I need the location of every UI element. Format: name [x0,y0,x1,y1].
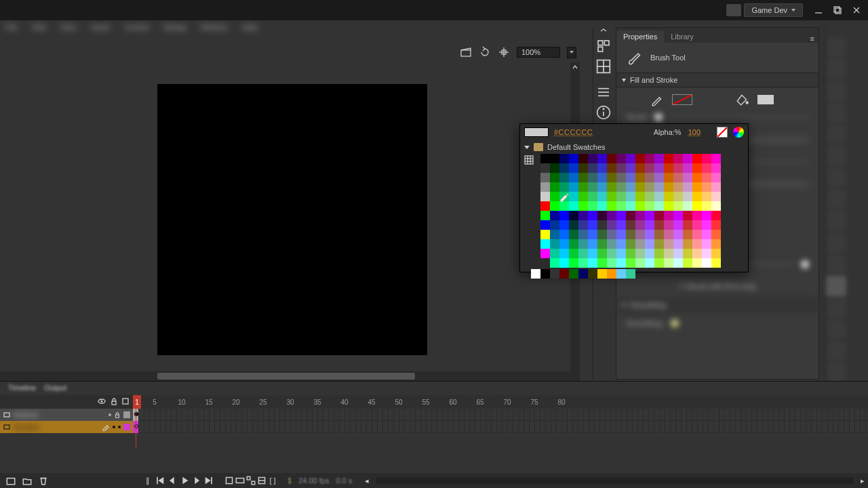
swatch-cell[interactable] [654,220,664,230]
swatch-cell[interactable] [692,249,702,258]
swatch-cell[interactable] [692,211,702,220]
swatch-cell[interactable] [578,182,588,192]
swatch-cell[interactable] [578,173,588,182]
swatch-cell[interactable] [559,230,569,239]
section-fill-and-stroke[interactable]: Fill and Stroke [616,73,818,87]
swatch-cell[interactable] [578,154,588,163]
swatch-cell[interactable] [540,269,550,279]
hex-value-field[interactable]: #CCCCCC [554,128,593,136]
onion-skin-icon[interactable] [224,475,235,486]
dock-collapse-icon[interactable] [593,27,613,34]
swatch-cell[interactable] [540,249,550,258]
swatch-cell[interactable] [550,258,559,268]
swatch-cell[interactable] [559,182,569,192]
swatch-cell[interactable] [654,182,664,192]
swatch-cell[interactable] [550,249,559,258]
minimize-button[interactable] [810,3,827,18]
swatch-cell[interactable] [607,201,616,211]
swatch-cell[interactable] [645,201,654,211]
swatch-cell[interactable] [711,154,721,163]
swatch-cell[interactable] [692,154,702,163]
swatch-cell[interactable] [578,249,588,258]
swatch-cell[interactable] [588,230,597,239]
horizontal-scrollbar[interactable] [0,371,580,381]
swatch-cell[interactable] [559,192,569,201]
swatch-cell[interactable] [654,192,664,201]
paint-bucket-icon[interactable] [736,93,749,106]
frame-ruler[interactable]: 1 510 1520 2530 3540 4550 5560 6570 7580 [133,395,868,409]
swatch-cell[interactable] [711,182,721,192]
dock-list-icon[interactable] [595,84,612,100]
swatch-cell[interactable] [616,154,626,163]
swatch-cell[interactable] [626,239,635,249]
swatch-cell[interactable] [673,173,683,182]
tool-eyedrop[interactable] [827,363,846,382]
outline-color-swatch[interactable] [123,411,130,418]
swatch-cell[interactable] [540,163,550,173]
swatch-cell[interactable] [711,173,721,182]
swatch-cell[interactable] [645,249,654,258]
swatch-cell[interactable] [559,220,569,230]
swatch-cell[interactable] [702,220,711,230]
swatch-cell[interactable] [607,230,616,239]
swatch-cell[interactable] [578,201,588,211]
swatch-cell[interactable] [588,249,597,258]
swatch-cell[interactable] [578,192,588,201]
swatch-cell[interactable] [559,173,569,182]
swatch-cell[interactable] [654,211,664,220]
swatch-cell[interactable] [683,211,692,220]
swatch-cell[interactable] [635,154,645,163]
swatch-cell[interactable] [616,249,626,258]
fps-readout[interactable]: 24.00 fps [298,476,329,485]
zoom-field[interactable]: 100% [517,47,560,58]
swatch-cell[interactable] [645,182,654,192]
swatch-cell[interactable] [626,220,635,230]
swatch-cell[interactable] [692,220,702,230]
swatch-cell[interactable] [664,154,673,163]
swatch-cell[interactable] [692,182,702,192]
stroke-color-none[interactable] [672,94,692,105]
current-frame-readout[interactable]: 1 [288,476,292,485]
swatch-cell[interactable] [607,249,616,258]
swatch-cell[interactable] [683,230,692,239]
swatch-cell[interactable] [597,173,607,182]
swatch-cell[interactable] [597,269,607,279]
frame-grid[interactable] [133,409,868,436]
last-frame-icon[interactable] [203,475,214,486]
tool-line[interactable] [827,190,846,209]
swatch-cell[interactable] [550,239,559,249]
swatch-cell[interactable] [702,211,711,220]
swatch-cell[interactable] [645,163,654,173]
tool-bone[interactable] [827,298,846,317]
swatch-cell[interactable] [588,182,597,192]
swatch-cell[interactable] [569,201,578,211]
swatch-cell[interactable] [569,182,578,192]
swatch-cell[interactable] [702,249,711,258]
swatch-cell[interactable] [569,154,578,163]
tool-free-transform[interactable] [827,81,846,100]
swatch-cell[interactable] [654,163,664,173]
dock-grid-icon[interactable] [595,58,612,75]
swatch-cell[interactable] [559,249,569,258]
swatch-cell[interactable] [664,258,673,268]
swatch-cell[interactable] [559,154,569,163]
swatch-cell[interactable] [673,239,683,249]
sync-settings-icon[interactable] [726,4,741,16]
swatch-cell[interactable] [616,258,626,268]
close-button[interactable] [848,3,865,18]
swatch-cell[interactable] [569,258,578,268]
tool-oval[interactable] [827,233,846,252]
swatch-cell[interactable] [664,230,673,239]
panel-menu-icon[interactable]: ≡ [806,35,818,43]
swatch-cell[interactable] [550,220,559,230]
swatch-cell[interactable] [607,154,616,163]
clapper-icon[interactable] [460,46,472,58]
play-icon[interactable] [179,475,190,486]
swatch-cell[interactable] [702,201,711,211]
swatch-cell[interactable] [673,211,683,220]
swatch-cell[interactable] [550,211,559,220]
tab-timeline[interactable]: Timeline [8,384,36,392]
swatch-cell[interactable] [626,269,635,279]
swatch-cell[interactable] [569,192,578,201]
edit-multiple-icon[interactable] [245,475,256,486]
